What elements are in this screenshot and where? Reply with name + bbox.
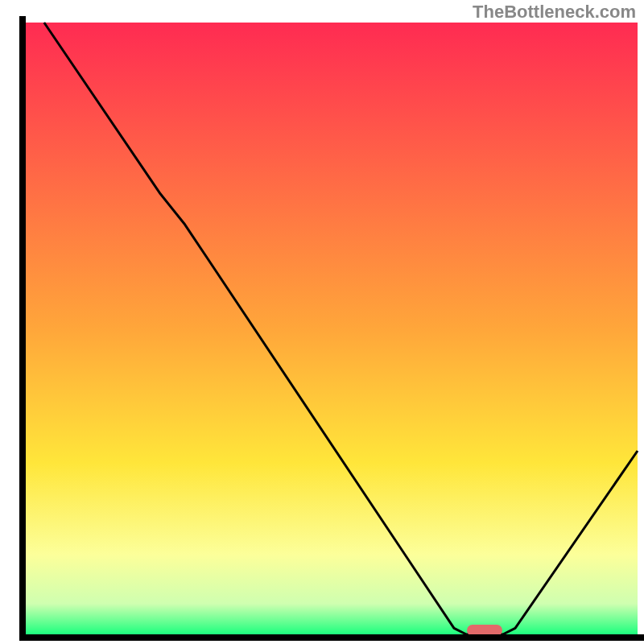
gradient-background [26,23,638,634]
bottleneck-chart [0,0,644,644]
optimal-marker [467,625,502,636]
plot-area [23,19,641,638]
chart-container: TheBottleneck.com [0,0,644,644]
watermark-text: TheBottleneck.com [473,2,636,23]
